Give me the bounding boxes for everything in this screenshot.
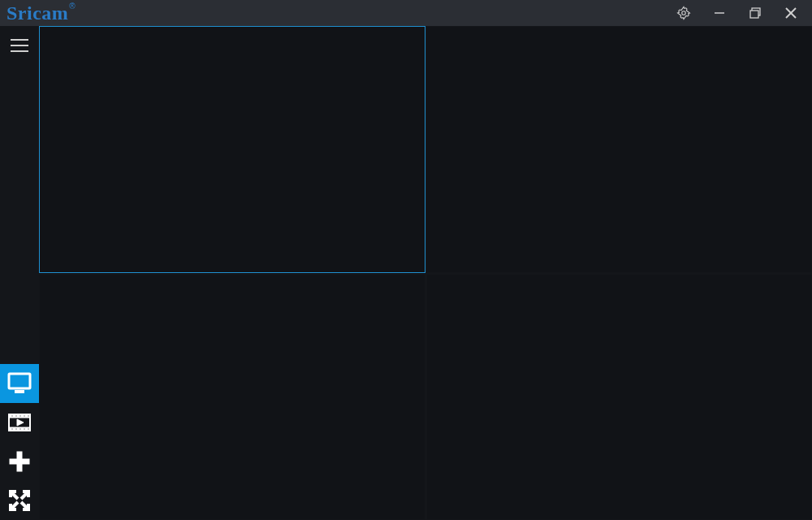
svg-rect-10 <box>15 390 24 393</box>
svg-rect-22 <box>24 428 25 430</box>
registered-mark: ® <box>69 2 75 11</box>
svg-rect-15 <box>15 415 17 417</box>
minimize-icon <box>714 7 725 19</box>
add-device-button[interactable] <box>0 442 39 481</box>
app-logo-text: Sricam <box>6 0 68 26</box>
restore-button[interactable] <box>737 0 773 26</box>
playback-button[interactable] <box>0 403 39 442</box>
camera-cell-0[interactable] <box>39 26 425 273</box>
monitor-icon <box>7 372 32 395</box>
minimize-button[interactable] <box>702 0 737 26</box>
camera-cell-3[interactable] <box>426 274 813 521</box>
svg-rect-20 <box>15 428 17 430</box>
expand-icon <box>7 488 32 513</box>
svg-rect-18 <box>28 415 29 417</box>
svg-rect-16 <box>19 415 21 417</box>
camera-grid <box>39 26 812 520</box>
svg-rect-23 <box>28 428 29 430</box>
plus-icon <box>7 449 32 474</box>
film-play-icon <box>7 411 32 434</box>
svg-rect-3 <box>750 11 758 18</box>
window-controls <box>666 0 809 26</box>
restore-icon <box>749 7 761 19</box>
app-logo: Sricam ® <box>6 0 75 26</box>
live-view-button[interactable] <box>0 364 39 403</box>
settings-button[interactable] <box>666 0 702 26</box>
camera-cell-1[interactable] <box>426 26 813 273</box>
menu-icon <box>10 38 29 53</box>
titlebar: Sricam ® <box>0 0 812 26</box>
svg-rect-17 <box>24 415 25 417</box>
svg-marker-24 <box>17 419 24 426</box>
svg-rect-14 <box>11 415 13 417</box>
menu-button[interactable] <box>0 26 39 65</box>
svg-rect-26 <box>10 459 29 464</box>
gear-icon <box>676 6 691 20</box>
close-icon <box>785 7 797 19</box>
sidebar <box>0 26 39 520</box>
fullscreen-button[interactable] <box>0 481 39 520</box>
close-button[interactable] <box>773 0 809 26</box>
svg-rect-9 <box>9 374 30 388</box>
svg-rect-21 <box>19 428 21 430</box>
svg-point-0 <box>682 11 686 15</box>
camera-cell-2[interactable] <box>39 274 425 521</box>
svg-rect-19 <box>11 428 13 430</box>
